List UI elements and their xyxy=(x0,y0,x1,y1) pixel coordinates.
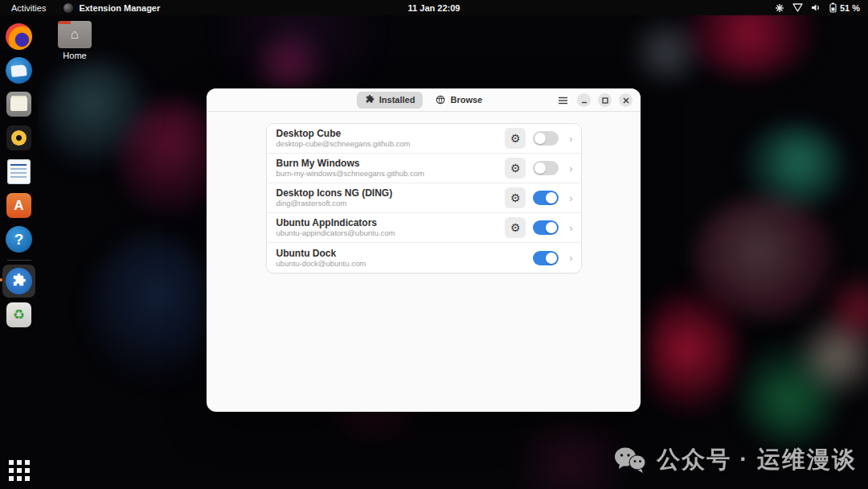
wifi-icon xyxy=(792,3,803,12)
extension-uuid: burn-my-windows@schneegans.github.com xyxy=(276,169,506,179)
enable-toggle[interactable] xyxy=(533,191,559,205)
jellyfish-blue-left xyxy=(88,233,217,386)
settings-gear-icon[interactable]: ⚙ xyxy=(505,187,526,208)
menu-button[interactable] xyxy=(555,93,570,108)
close-icon xyxy=(623,97,629,104)
puzzle-icon xyxy=(365,95,375,105)
settings-gear-icon[interactable]: ⚙ xyxy=(505,217,526,238)
home-label: Home xyxy=(55,51,95,60)
desktop-home-shortcut[interactable]: ⌂ Home xyxy=(55,21,95,60)
focused-app-title: Extension Manager xyxy=(79,3,160,13)
activities-button[interactable]: Activities xyxy=(11,3,46,13)
help-icon: ? xyxy=(6,226,32,253)
extension-name: Burn My Windows xyxy=(276,158,506,169)
dock-item-ubuntu-software[interactable]: A xyxy=(2,189,35,222)
extension-manager-icon xyxy=(6,268,32,294)
chevron-right-icon[interactable]: › xyxy=(569,193,572,203)
rhythmbox-icon xyxy=(6,125,31,150)
show-applications-button[interactable] xyxy=(9,460,30,481)
dock-item-libreoffice-writer[interactable] xyxy=(2,155,35,188)
chevron-right-icon[interactable]: › xyxy=(569,223,572,233)
extension-uuid: ubuntu-dock@ubuntu.com xyxy=(276,259,506,269)
dock-item-software-updater[interactable]: ♻ xyxy=(2,298,35,331)
minimize-icon xyxy=(581,97,588,104)
jellyfish-red-right xyxy=(643,286,739,414)
tab-browse-label: Browse xyxy=(450,95,482,105)
enable-toggle[interactable] xyxy=(533,251,559,265)
input-settings-icon xyxy=(775,3,784,13)
extension-name: Desktop Icons NG (DING) xyxy=(276,187,506,199)
desktop-screen: Activities Extension Manager 11 Jan 22:0… xyxy=(0,0,868,489)
extension-uuid: ubuntu-appindicators@ubuntu.com xyxy=(276,228,506,238)
chevron-right-icon[interactable]: › xyxy=(569,134,572,144)
globe-icon xyxy=(436,95,445,105)
settings-gear-icon[interactable]: ⚙ xyxy=(505,128,526,149)
toggle-knob xyxy=(534,133,546,144)
focused-app-menu[interactable]: Extension Manager xyxy=(63,3,160,13)
chevron-right-icon[interactable]: › xyxy=(569,163,572,174)
maximize-icon xyxy=(602,97,608,104)
extension-name: Ubuntu AppIndicators xyxy=(276,217,506,228)
thunderbird-icon xyxy=(6,57,32,84)
enable-toggle[interactable] xyxy=(533,161,559,175)
extension-name: Ubuntu Dock xyxy=(276,248,506,259)
tab-browse[interactable]: Browse xyxy=(428,92,490,109)
top-bar: Activities Extension Manager 11 Jan 22:0… xyxy=(0,0,868,15)
battery-percent: 51 % xyxy=(840,3,860,13)
chevron-right-icon[interactable]: › xyxy=(569,253,572,263)
home-folder-icon: ⌂ xyxy=(58,21,92,48)
extension-row-burn-my-windows[interactable]: Burn My Windows burn-my-windows@schneega… xyxy=(267,154,581,183)
hamburger-icon xyxy=(558,97,568,105)
extension-manager-app-icon xyxy=(63,3,73,13)
extension-row-desktop-cube[interactable]: Desktop Cube desktop-cube@schneegans.git… xyxy=(267,124,581,154)
view-switcher: Installed Browse xyxy=(357,92,490,109)
dock-item-firefox[interactable] xyxy=(2,20,35,53)
toggle-knob xyxy=(534,162,546,174)
toggle-knob xyxy=(546,222,557,233)
dock-separator xyxy=(7,260,31,261)
firefox-icon xyxy=(6,23,32,50)
minimize-button[interactable] xyxy=(577,93,591,107)
house-glyph-icon: ⌂ xyxy=(58,21,92,48)
toggle-knob xyxy=(546,253,557,264)
dock-item-help[interactable]: ? xyxy=(2,223,35,256)
battery-icon xyxy=(829,2,837,13)
dock-item-rhythmbox[interactable] xyxy=(2,121,35,154)
dock: A ? ♻ xyxy=(0,15,38,489)
watermark-text: 公众号 · 运维漫谈 xyxy=(657,444,857,476)
extensions-list: Desktop Cube desktop-cube@schneegans.git… xyxy=(266,123,582,273)
ubuntu-software-icon: A xyxy=(6,193,31,218)
extension-row-ubuntu-appindicators[interactable]: Ubuntu AppIndicators ubuntu-appindicator… xyxy=(267,213,581,243)
extension-uuid: desktop-cube@schneegans.github.com xyxy=(276,139,506,149)
tab-installed[interactable]: Installed xyxy=(357,92,424,109)
system-status-area[interactable]: 51 % xyxy=(775,2,868,13)
wechat-icon xyxy=(613,446,647,475)
dock-item-files[interactable] xyxy=(2,88,35,121)
extension-manager-window: Installed Browse xyxy=(207,88,641,412)
extension-row-desktop-icons-ng[interactable]: Desktop Icons NG (DING) ding@rastersoft.… xyxy=(267,183,581,213)
installed-extensions-view: Desktop Cube desktop-cube@schneegans.git… xyxy=(207,112,641,412)
extension-name: Desktop Cube xyxy=(276,128,506,139)
libreoffice-writer-icon xyxy=(7,159,31,184)
toggle-knob xyxy=(546,192,557,203)
software-updater-icon: ♻ xyxy=(6,302,31,327)
files-icon xyxy=(6,92,31,117)
extension-row-ubuntu-dock[interactable]: Ubuntu Dock ubuntu-dock@ubuntu.com › xyxy=(267,243,581,273)
watermark: 公众号 · 运维漫谈 xyxy=(613,444,857,476)
maximize-button[interactable] xyxy=(598,93,612,107)
dock-item-thunderbird[interactable] xyxy=(2,54,35,87)
window-controls xyxy=(555,88,633,112)
close-button[interactable] xyxy=(619,93,633,107)
enable-toggle[interactable] xyxy=(533,220,559,235)
extension-uuid: ding@rastersoft.com xyxy=(276,199,506,208)
tab-installed-label: Installed xyxy=(379,95,416,105)
titlebar[interactable]: Installed Browse xyxy=(207,88,641,112)
settings-gear-icon[interactable]: ⚙ xyxy=(505,158,526,179)
dock-item-extension-manager[interactable] xyxy=(2,265,35,298)
jellyfish-teal-right xyxy=(743,125,844,209)
enable-toggle[interactable] xyxy=(533,131,559,146)
jellyfish-white-top-right xyxy=(623,20,711,84)
volume-icon xyxy=(811,3,821,12)
